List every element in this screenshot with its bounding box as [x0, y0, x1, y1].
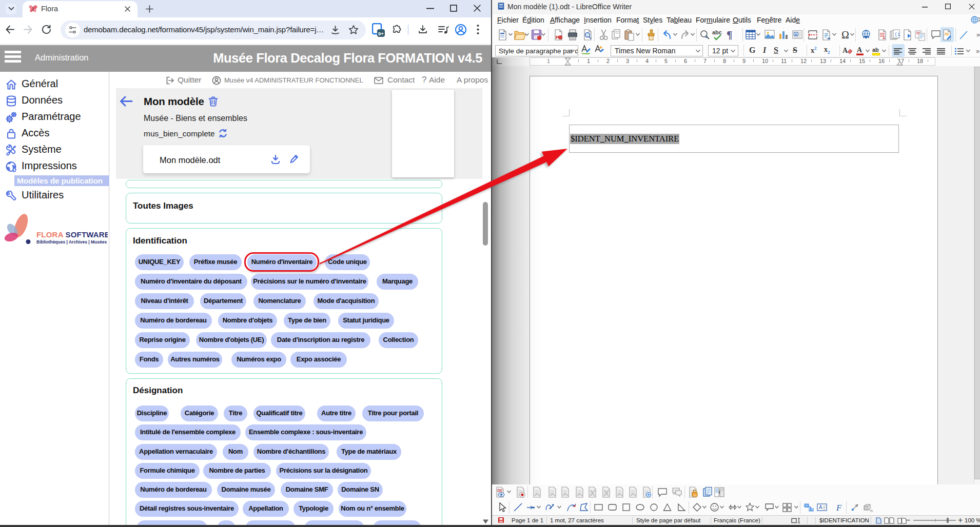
svg-text:A: A	[795, 33, 797, 36]
svg-text:1: 1	[883, 35, 885, 40]
svg-text:A: A	[857, 46, 863, 54]
svg-text:%: %	[869, 509, 873, 513]
svg-text:(i): (i)	[895, 32, 901, 37]
svg-text:A: A	[819, 504, 822, 510]
svg-text:ab: ab	[872, 47, 879, 53]
svg-text:9+: 9+	[378, 31, 384, 36]
svg-text:Bibliothèques | Archives | Mus: Bibliothèques | Archives | Musées	[36, 239, 107, 245]
svg-text:Ω: Ω	[841, 29, 849, 40]
svg-text:A: A	[842, 47, 848, 54]
svg-text:[r]: [r]	[694, 494, 697, 497]
svg-text:F: F	[836, 503, 842, 513]
svg-text:a: a	[705, 33, 708, 39]
svg-text:FLORA SOFTWARE: FLORA SOFTWARE	[36, 230, 108, 239]
svg-text:¶: ¶	[727, 29, 732, 41]
